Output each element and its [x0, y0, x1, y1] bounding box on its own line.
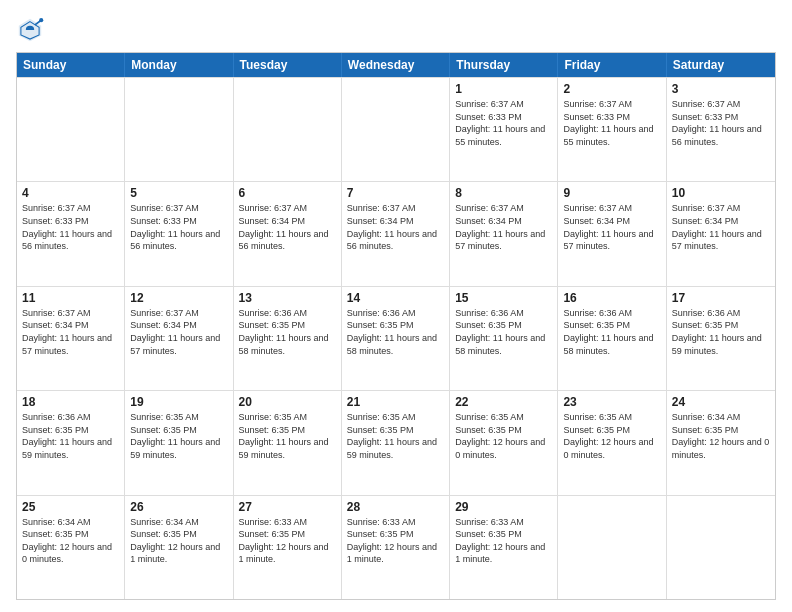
- day-info: Sunrise: 6:37 AM Sunset: 6:33 PM Dayligh…: [672, 98, 770, 148]
- day-info: Sunrise: 6:33 AM Sunset: 6:35 PM Dayligh…: [347, 516, 444, 566]
- day-info: Sunrise: 6:36 AM Sunset: 6:35 PM Dayligh…: [563, 307, 660, 357]
- day-number: 25: [22, 500, 119, 514]
- day-number: 17: [672, 291, 770, 305]
- day-cell-19: 19Sunrise: 6:35 AM Sunset: 6:35 PM Dayli…: [125, 391, 233, 494]
- day-info: Sunrise: 6:35 AM Sunset: 6:35 PM Dayligh…: [563, 411, 660, 461]
- page: SundayMondayTuesdayWednesdayThursdayFrid…: [0, 0, 792, 612]
- day-cell-22: 22Sunrise: 6:35 AM Sunset: 6:35 PM Dayli…: [450, 391, 558, 494]
- day-info: Sunrise: 6:36 AM Sunset: 6:35 PM Dayligh…: [672, 307, 770, 357]
- day-number: 12: [130, 291, 227, 305]
- day-cell-29: 29Sunrise: 6:33 AM Sunset: 6:35 PM Dayli…: [450, 496, 558, 599]
- day-cell-8: 8Sunrise: 6:37 AM Sunset: 6:34 PM Daylig…: [450, 182, 558, 285]
- day-info: Sunrise: 6:37 AM Sunset: 6:34 PM Dayligh…: [672, 202, 770, 252]
- logo: [16, 16, 48, 44]
- day-number: 2: [563, 82, 660, 96]
- svg-point-2: [39, 18, 43, 22]
- empty-cell-0-1: [125, 78, 233, 181]
- day-number: 7: [347, 186, 444, 200]
- day-info: Sunrise: 6:37 AM Sunset: 6:33 PM Dayligh…: [563, 98, 660, 148]
- day-cell-9: 9Sunrise: 6:37 AM Sunset: 6:34 PM Daylig…: [558, 182, 666, 285]
- day-info: Sunrise: 6:36 AM Sunset: 6:35 PM Dayligh…: [239, 307, 336, 357]
- day-cell-14: 14Sunrise: 6:36 AM Sunset: 6:35 PM Dayli…: [342, 287, 450, 390]
- header-day-tuesday: Tuesday: [234, 53, 342, 77]
- day-info: Sunrise: 6:34 AM Sunset: 6:35 PM Dayligh…: [672, 411, 770, 461]
- empty-cell-4-5: [558, 496, 666, 599]
- empty-cell-0-0: [17, 78, 125, 181]
- day-cell-17: 17Sunrise: 6:36 AM Sunset: 6:35 PM Dayli…: [667, 287, 775, 390]
- day-number: 8: [455, 186, 552, 200]
- day-number: 9: [563, 186, 660, 200]
- day-info: Sunrise: 6:34 AM Sunset: 6:35 PM Dayligh…: [130, 516, 227, 566]
- calendar-row-4: 25Sunrise: 6:34 AM Sunset: 6:35 PM Dayli…: [17, 495, 775, 599]
- day-cell-28: 28Sunrise: 6:33 AM Sunset: 6:35 PM Dayli…: [342, 496, 450, 599]
- day-number: 13: [239, 291, 336, 305]
- calendar-row-3: 18Sunrise: 6:36 AM Sunset: 6:35 PM Dayli…: [17, 390, 775, 494]
- day-info: Sunrise: 6:37 AM Sunset: 6:33 PM Dayligh…: [455, 98, 552, 148]
- day-cell-7: 7Sunrise: 6:37 AM Sunset: 6:34 PM Daylig…: [342, 182, 450, 285]
- day-number: 11: [22, 291, 119, 305]
- day-number: 1: [455, 82, 552, 96]
- day-cell-5: 5Sunrise: 6:37 AM Sunset: 6:33 PM Daylig…: [125, 182, 233, 285]
- day-cell-2: 2Sunrise: 6:37 AM Sunset: 6:33 PM Daylig…: [558, 78, 666, 181]
- day-number: 15: [455, 291, 552, 305]
- day-info: Sunrise: 6:36 AM Sunset: 6:35 PM Dayligh…: [347, 307, 444, 357]
- day-info: Sunrise: 6:36 AM Sunset: 6:35 PM Dayligh…: [22, 411, 119, 461]
- empty-cell-0-3: [342, 78, 450, 181]
- day-number: 18: [22, 395, 119, 409]
- day-cell-11: 11Sunrise: 6:37 AM Sunset: 6:34 PM Dayli…: [17, 287, 125, 390]
- day-number: 6: [239, 186, 336, 200]
- day-number: 28: [347, 500, 444, 514]
- day-cell-26: 26Sunrise: 6:34 AM Sunset: 6:35 PM Dayli…: [125, 496, 233, 599]
- header-day-monday: Monday: [125, 53, 233, 77]
- day-cell-24: 24Sunrise: 6:34 AM Sunset: 6:35 PM Dayli…: [667, 391, 775, 494]
- header: [16, 16, 776, 44]
- day-number: 27: [239, 500, 336, 514]
- header-day-friday: Friday: [558, 53, 666, 77]
- day-info: Sunrise: 6:35 AM Sunset: 6:35 PM Dayligh…: [239, 411, 336, 461]
- day-number: 14: [347, 291, 444, 305]
- day-info: Sunrise: 6:35 AM Sunset: 6:35 PM Dayligh…: [347, 411, 444, 461]
- calendar-row-1: 4Sunrise: 6:37 AM Sunset: 6:33 PM Daylig…: [17, 181, 775, 285]
- day-number: 24: [672, 395, 770, 409]
- calendar-body: 1Sunrise: 6:37 AM Sunset: 6:33 PM Daylig…: [17, 77, 775, 599]
- day-cell-6: 6Sunrise: 6:37 AM Sunset: 6:34 PM Daylig…: [234, 182, 342, 285]
- header-day-sunday: Sunday: [17, 53, 125, 77]
- day-number: 23: [563, 395, 660, 409]
- day-info: Sunrise: 6:33 AM Sunset: 6:35 PM Dayligh…: [239, 516, 336, 566]
- day-info: Sunrise: 6:37 AM Sunset: 6:34 PM Dayligh…: [563, 202, 660, 252]
- day-info: Sunrise: 6:37 AM Sunset: 6:34 PM Dayligh…: [130, 307, 227, 357]
- day-number: 16: [563, 291, 660, 305]
- logo-icon: [16, 16, 44, 44]
- day-number: 26: [130, 500, 227, 514]
- empty-cell-4-6: [667, 496, 775, 599]
- day-number: 29: [455, 500, 552, 514]
- day-cell-13: 13Sunrise: 6:36 AM Sunset: 6:35 PM Dayli…: [234, 287, 342, 390]
- day-number: 3: [672, 82, 770, 96]
- day-cell-16: 16Sunrise: 6:36 AM Sunset: 6:35 PM Dayli…: [558, 287, 666, 390]
- header-day-wednesday: Wednesday: [342, 53, 450, 77]
- calendar: SundayMondayTuesdayWednesdayThursdayFrid…: [16, 52, 776, 600]
- header-day-saturday: Saturday: [667, 53, 775, 77]
- day-cell-25: 25Sunrise: 6:34 AM Sunset: 6:35 PM Dayli…: [17, 496, 125, 599]
- day-cell-23: 23Sunrise: 6:35 AM Sunset: 6:35 PM Dayli…: [558, 391, 666, 494]
- day-number: 22: [455, 395, 552, 409]
- day-number: 19: [130, 395, 227, 409]
- day-info: Sunrise: 6:37 AM Sunset: 6:34 PM Dayligh…: [347, 202, 444, 252]
- day-info: Sunrise: 6:37 AM Sunset: 6:33 PM Dayligh…: [130, 202, 227, 252]
- day-cell-10: 10Sunrise: 6:37 AM Sunset: 6:34 PM Dayli…: [667, 182, 775, 285]
- day-info: Sunrise: 6:37 AM Sunset: 6:34 PM Dayligh…: [22, 307, 119, 357]
- day-number: 5: [130, 186, 227, 200]
- day-cell-3: 3Sunrise: 6:37 AM Sunset: 6:33 PM Daylig…: [667, 78, 775, 181]
- day-info: Sunrise: 6:37 AM Sunset: 6:34 PM Dayligh…: [455, 202, 552, 252]
- day-cell-4: 4Sunrise: 6:37 AM Sunset: 6:33 PM Daylig…: [17, 182, 125, 285]
- day-cell-12: 12Sunrise: 6:37 AM Sunset: 6:34 PM Dayli…: [125, 287, 233, 390]
- calendar-header: SundayMondayTuesdayWednesdayThursdayFrid…: [17, 53, 775, 77]
- day-info: Sunrise: 6:37 AM Sunset: 6:34 PM Dayligh…: [239, 202, 336, 252]
- day-cell-18: 18Sunrise: 6:36 AM Sunset: 6:35 PM Dayli…: [17, 391, 125, 494]
- calendar-row-2: 11Sunrise: 6:37 AM Sunset: 6:34 PM Dayli…: [17, 286, 775, 390]
- empty-cell-0-2: [234, 78, 342, 181]
- day-info: Sunrise: 6:37 AM Sunset: 6:33 PM Dayligh…: [22, 202, 119, 252]
- day-cell-15: 15Sunrise: 6:36 AM Sunset: 6:35 PM Dayli…: [450, 287, 558, 390]
- day-cell-21: 21Sunrise: 6:35 AM Sunset: 6:35 PM Dayli…: [342, 391, 450, 494]
- day-cell-27: 27Sunrise: 6:33 AM Sunset: 6:35 PM Dayli…: [234, 496, 342, 599]
